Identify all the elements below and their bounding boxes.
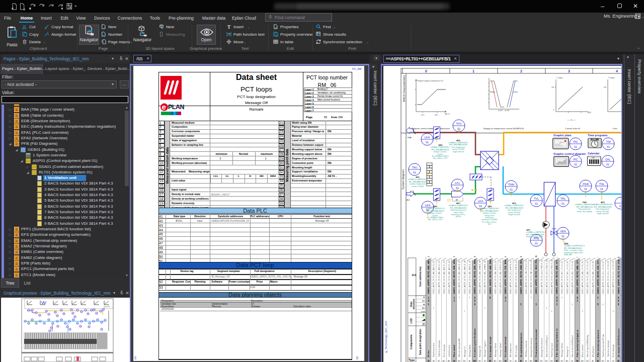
svg-text:01: 01: [607, 145, 610, 148]
svg-text:EL.OPEN&CLOSE 4: EL.OPEN&CLOSE 4: [427, 217, 443, 219]
svg-text:Damper actuator,: Damper actuator,: [434, 151, 447, 153]
svg-text:GEB01_ASP01_RLT01_ZUL_LF1 03: GEB01_ASP01_RLT01_ZUL_LF1 03: [597, 257, 599, 294]
svg-text:N°, 4 Nm, <0,8 m²,: N°, 4 Nm, <0,8 m²,: [482, 221, 497, 223]
svg-text:BO: BO: [602, 360, 604, 362]
svg-text:Manual message LVB: Manual message LVB: [458, 338, 460, 357]
svg-text:3: 3: [474, 300, 475, 302]
svg-text:Duct temperature: Duct temperature: [451, 146, 465, 148]
svg-text:GEB01_ASP01_RLT01_ABL_LF1 02_B: GEB01_ASP01_RLT01_ABL_LF1 02_B4: [582, 261, 584, 294]
svg-text:AO: AO: [494, 360, 497, 362]
svg-text:01: 01: [606, 163, 609, 166]
svg-text:Differential pressure: Differential pressure: [450, 209, 466, 211]
svg-text:1: 1: [531, 297, 532, 299]
svg-text:BO: BO: [463, 360, 466, 362]
svg-text:3: 3: [490, 297, 491, 299]
svg-text:AI: AI: [453, 360, 455, 362]
svg-text:GA: GA: [412, 274, 417, 277]
svg-text:TNL: TNL: [599, 183, 604, 186]
svg-text:FW1: FW1: [583, 201, 587, 204]
svg-text:sensor, PT1000: sensor, PT1000: [412, 186, 424, 188]
svg-text:GEB01_ASP01_RLT01_RAU_BTQ 01_B: GEB01_ASP01_RLT01_RAU_BTQ 01_B6: [530, 260, 532, 294]
svg-text:1: 1: [485, 307, 486, 309]
svg-text:e: e: [162, 103, 166, 111]
svg-text:4: 4: [616, 69, 618, 73]
svg-text:Components: Components: [410, 334, 413, 349]
svg-text:H(%): H(%): [588, 112, 591, 114]
svg-text:24 V: 24 V: [488, 223, 492, 225]
svg-text:Control valve H: Control valve H: [565, 127, 580, 130]
svg-text:GEB01_ASP01_RLT01_WLH_PSW 01_B: GEB01_ASP01_RLT01_WLH_PSW 01_B8: [546, 259, 548, 294]
svg-text:BACS Characteristics: BACS Characteristics: [403, 75, 406, 102]
svg-text:T: T: [227, 24, 231, 29]
svg-text:BI: BI: [572, 360, 573, 362]
svg-text:TIME: TIME: [592, 139, 596, 141]
svg-text:sensor, PT1000,: sensor, PT1000,: [508, 212, 521, 214]
svg-text:length 130 mm: length 130 mm: [452, 151, 464, 153]
svg-text:ΔP: ΔP: [456, 199, 458, 201]
svg-text:=GGA01=+1&EPS/150.4: =GGA01=+1&EPS/150.4: [575, 204, 595, 206]
svg-text:PIC: PIC: [573, 140, 578, 143]
svg-text:Type: Type: [409, 358, 415, 361]
svg-text:LKA: LKA: [425, 204, 431, 207]
svg-text:400 Pa: 400 Pa: [455, 216, 461, 218]
svg-text:BT5: BT5: [416, 176, 420, 178]
svg-text:EPL_EES.BA0201063: EPL_EES.BA0201063: [526, 234, 544, 236]
svg-text:Nm, <0,8 m², 24 V: Nm, <0,8 m², 24 V: [433, 157, 448, 159]
svg-text:Y Output: Y Output: [556, 77, 563, 79]
svg-text:Manual alarm LVB Digital: Manual alarm LVB Digital: [546, 335, 548, 357]
svg-text:Manual signal LVB Analog: Manual signal LVB Analog: [587, 335, 589, 357]
svg-text:Plant switch: Plant switch: [453, 344, 455, 357]
svg-text:3: 3: [505, 297, 506, 299]
svg-text:GEB01_ASP01_RLT01_ZUL_BSK 03: GEB01_ASP01_RLT01_ZUL_BSK 03: [504, 256, 507, 294]
svg-text:AO: AO: [530, 360, 532, 362]
svg-text:GEB01_ASP01_RLT01_AUL_LF1 01_B: GEB01_ASP01_RLT01_AUL_LF1 01_B1: [561, 261, 563, 294]
svg-text:-12°C: -12°C: [421, 114, 425, 116]
svg-text:LF1: LF1: [455, 182, 459, 185]
svg-text:Time programs: Time programs: [588, 134, 608, 137]
svg-text:3: 3: [618, 303, 619, 306]
svg-text:BO: BO: [560, 360, 563, 362]
svg-text:BO: BO: [540, 360, 543, 362]
svg-text:=GGA01=+P1&EPS/220.1: =GGA01=+P1&EPS/220.1: [564, 245, 585, 247]
svg-text:switch, Filter: switch, Filter: [453, 212, 463, 214]
svg-text:Fire damper thermal: Fire damper thermal: [504, 337, 507, 357]
svg-text:PN16, BF: PN16, BF: [564, 254, 572, 256]
svg-text:GEB01_ASP01_RLT01_ABL_BSK 01_B: GEB01_ASP01_RLT01_ABL_BSK 01_B2: [500, 260, 502, 294]
svg-text:CAL: CAL: [605, 158, 611, 161]
svg-text:3-point,: 3-point,: [437, 153, 443, 155]
svg-text:Message Off: Message Off: [479, 346, 481, 357]
svg-text:AO: AO: [566, 360, 569, 362]
svg-text:Heating: Heating: [490, 91, 495, 93]
svg-text:03: 03: [479, 205, 482, 208]
svg-text:3: 3: [618, 300, 619, 302]
svg-text:Air damper (O/C)/Exhaust air: Air damper (O/C)/Exhaust air: [617, 328, 620, 357]
svg-text:EPL_EES.BA0206003: EPL_EES.BA0206003: [427, 210, 444, 212]
svg-text:1: 1: [546, 307, 547, 309]
svg-text:Message Closed: Message Closed: [500, 343, 502, 357]
svg-text:Cooling: Cooling: [513, 91, 518, 93]
svg-text:BI: BI: [577, 360, 579, 362]
svg-text:QN4: QN4: [564, 242, 569, 245]
svg-text:GEB01_ASP01_RLT01_AUL_LF1 01_B: GEB01_ASP01_RLT01_AUL_LF1 01_B3: [572, 261, 574, 294]
svg-text:3: 3: [474, 303, 475, 306]
svg-text:1: 1: [613, 310, 614, 312]
svg-text:BO: BO: [545, 360, 548, 362]
svg-text:01: 01: [561, 235, 565, 238]
svg-text:GEB01_ASP01_RLT01_AUL_LF1 01_B: GEB01_ASP01_RLT01_AUL_LF1 01_B2: [567, 261, 569, 294]
svg-text:T: T: [228, 32, 230, 37]
svg-text:1: 1: [428, 303, 429, 306]
svg-text:Message Maintenance: Message Maintenance: [530, 338, 532, 357]
svg-text:Calendar: Calendar: [588, 152, 600, 155]
svg-text:Y Output: Y Output: [608, 77, 615, 79]
svg-text:Filter monitoring Supply air: Filter monitoring Supply air: [576, 329, 579, 357]
svg-text:GEB01_ASP01_RLT01_WLH_PSW 01_B: GEB01_ASP01_RLT01_WLH_PSW 01_B0: [551, 259, 553, 294]
svg-text:GEB01_ASP01_RLT01_ABL_LF1 02_B: GEB01_ASP01_RLT01_ABL_LF1 02_B6: [592, 261, 594, 294]
svg-text:Manual alarm LVB Digital: Manual alarm LVB Digital: [572, 335, 574, 357]
svg-text:BO: BO: [478, 360, 481, 362]
svg-text:AI: AI: [597, 360, 599, 362]
svg-text:3: 3: [474, 297, 475, 299]
svg-text:100: 100: [604, 86, 606, 88]
svg-text:Graphic plant: Graphic plant: [553, 134, 572, 137]
svg-text:GEB01_ASP01_RLT01_ANL_ANB 01_B: GEB01_ASP01_RLT01_ANL_ANB 01_B6: [464, 260, 466, 294]
svg-text:TRL: TRL: [560, 197, 566, 200]
